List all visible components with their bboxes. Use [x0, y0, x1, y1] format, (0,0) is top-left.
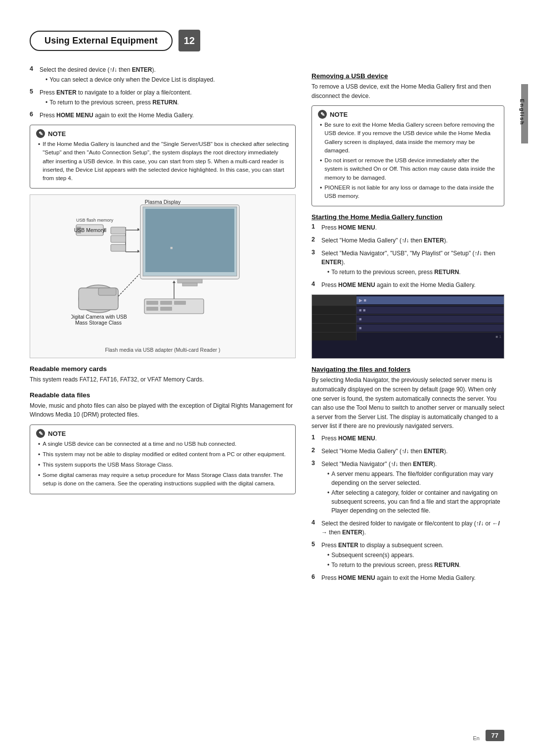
svg-marker-16	[137, 250, 139, 253]
readable-memory-text: This system reads FAT12, FAT16, FAT32, o…	[30, 375, 296, 384]
screenshot-row-1: ▶ ■	[312, 295, 504, 306]
step-5-content: Press ENTER to navigate to a folder or p…	[40, 88, 296, 107]
nav-step-3-content: Select "Media Navigator" (↑/↓ then ENTER…	[321, 460, 504, 515]
two-column-layout: 4 Select the desired device (↑/↓ then EN…	[30, 65, 504, 586]
left-column: 4 Select the desired device (↑/↓ then EN…	[30, 65, 296, 586]
hmg-step-1: 1 Press HOME MENU.	[312, 223, 504, 232]
note-2-bullet-1: A single USB device can be connected at …	[38, 440, 289, 449]
note-3-bullet-3: PIONEER is not liable for any loss or da…	[320, 184, 498, 201]
note-2-bullet-2-text: This system may not be able to display m…	[43, 450, 286, 459]
nav-step-2: 2 Select "Home Media Gallery" (↑/↓ then …	[312, 447, 504, 456]
svg-text:USB flash memory: USB flash memory	[76, 218, 114, 223]
hmg-step-3-bullet-text: To return to the previous screen, press …	[331, 268, 460, 277]
svg-rect-30	[160, 301, 172, 305]
nav-step-5-bullet-1-text: Subsequent screen(s) appears.	[331, 551, 414, 560]
svg-rect-32	[146, 307, 158, 311]
nav-step-4: 4 Select the desired folder to navigate …	[312, 519, 504, 537]
hmg-step-1-content: Press HOME MENU.	[321, 223, 504, 232]
nav-step-1-text: Press HOME MENU.	[321, 434, 504, 443]
note-title-2: NOTE	[48, 430, 66, 437]
svg-rect-17	[111, 227, 126, 234]
nav-step-3-bullet-2: After selecting a category, folder or co…	[327, 488, 504, 515]
note-3-bullets: Be sure to exit the Home Media Gallery s…	[320, 121, 498, 200]
navigating-text: By selecting Media Navigator, the previo…	[312, 376, 504, 431]
screenshot-cell-5-right: ■ 1	[356, 333, 504, 340]
svg-rect-6	[182, 283, 197, 286]
screenshot-cell-4-right: ■	[356, 325, 504, 331]
nav-step-1-num: 1	[312, 434, 318, 441]
svg-rect-19	[111, 244, 126, 251]
svg-rect-31	[174, 301, 186, 305]
note-3-bullet-2: Do not insert or remove the USB device i…	[320, 156, 498, 182]
media-navigator-screenshot: ▶ ■ ■ ■ ■ ■	[312, 294, 504, 359]
nav-step-5: 5 Press ENTER to display a subsequent sc…	[312, 541, 504, 569]
step-4: 4 Select the desired device (↑/↓ then EN…	[30, 65, 296, 84]
nav-step-5-bullet-2-text: To return to the previous screen, press …	[331, 561, 460, 569]
screenshot-cell-2-right: ■ ■	[356, 307, 504, 314]
note-3-bullet-2-text: Do not insert or remove the USB device i…	[324, 156, 498, 182]
hmg-step-1-text: Press HOME MENU.	[321, 223, 504, 232]
note-box-2: ✎ NOTE A single USB device can be connec…	[30, 425, 296, 494]
side-english-label: English	[519, 99, 525, 126]
hmg-step-3-num: 3	[312, 249, 318, 256]
nav-step-1-content: Press HOME MENU.	[321, 434, 504, 443]
step-4-text: Select the desired device (↑/↓ then ENTE…	[40, 65, 296, 74]
hmg-step-3-content: Select "Media Navigator", "USB", "My Pla…	[321, 249, 504, 277]
starting-hmg-heading: Starting the Home Media Gallery function	[312, 213, 504, 221]
removing-usb-heading: Removing a USB device	[312, 72, 504, 80]
hmg-step-3: 3 Select "Media Navigator", "USB", "My P…	[312, 249, 504, 277]
note-2-bullet-1-text: A single USB device can be connected at …	[43, 440, 236, 448]
removing-usb-text: To remove a USB device, exit the Home Me…	[312, 82, 504, 100]
nav-step-2-num: 2	[312, 447, 318, 454]
usb-diagram: ■ Plasma Display USB Memory USB flash me…	[30, 194, 296, 358]
readable-data-text: Movie, music and photo files can also be…	[30, 401, 296, 420]
chapter-header: Using External Equipment 12	[30, 30, 504, 51]
hmg-step-4-content: Press HOME MENU again to exit the Home M…	[321, 281, 504, 289]
svg-marker-36	[173, 281, 176, 283]
hmg-step-4-num: 4	[312, 281, 318, 287]
step-4-bullet-1-text: You can select a device only when the De…	[49, 75, 215, 84]
screenshot-row-3: ■	[312, 315, 504, 324]
nav-step-6-content: Press HOME MENU again to exit the Home M…	[321, 573, 504, 582]
nav-step-5-text: Press ENTER to display a subsequent scre…	[321, 541, 504, 550]
screenshot-inner: ▶ ■ ■ ■ ■ ■	[312, 295, 504, 358]
svg-rect-5	[178, 279, 202, 283]
nav-step-6: 6 Press HOME MENU again to exit the Home…	[312, 573, 504, 582]
nav-step-1: 1 Press HOME MENU.	[312, 434, 504, 443]
chapter-title: Using External Equipment	[30, 31, 173, 51]
page-en-label: En	[473, 735, 480, 741]
svg-text:■: ■	[170, 245, 173, 250]
note-2-bullet-3: This system supports the USB Mass Storag…	[38, 461, 289, 470]
note-icon-3: ✎	[318, 110, 327, 119]
nav-step-5-num: 5	[312, 541, 318, 548]
nav-step-5-content: Press ENTER to display a subsequent scre…	[321, 541, 504, 569]
note-2-bullet-4: Some digital cameras may require a setup…	[38, 471, 289, 488]
note-icon-2: ✎	[36, 429, 45, 438]
right-column: Removing a USB device To remove a USB de…	[312, 65, 504, 586]
hmg-step-3-bullet: To return to the previous screen, press …	[327, 268, 504, 277]
hmg-step-4-text: Press HOME MENU again to exit the Home M…	[321, 281, 504, 289]
nav-step-6-text: Press HOME MENU again to exit the Home M…	[321, 573, 504, 582]
note-title-3: NOTE	[330, 111, 348, 118]
step-6-num: 6	[30, 111, 37, 118]
screenshot-cell-3-right: ■	[356, 316, 504, 323]
note-2-bullet-4-text: Some digital cameras may require a setup…	[43, 471, 289, 488]
screenshot-cell-1-left	[312, 295, 356, 305]
note-header-2: ✎ NOTE	[36, 429, 289, 438]
hmg-step-2-content: Select "Home Media Gallery" (↑/↓ then EN…	[321, 236, 504, 245]
step-5: 5 Press ENTER to navigate to a folder or…	[30, 88, 296, 107]
step-6: 6 Press HOME MENU again to exit the Home…	[30, 111, 296, 120]
note-title-1: NOTE	[48, 130, 66, 138]
step-6-text: Press HOME MENU again to exit the Home M…	[40, 111, 296, 120]
note-header-1: ✎ NOTE	[36, 129, 289, 138]
nav-step-4-content: Select the desired folder to navigate or…	[321, 519, 504, 537]
screenshot-cell-1-right: ▶ ■	[356, 296, 504, 304]
nav-step-3-text: Select "Media Navigator" (↑/↓ then ENTER…	[321, 460, 504, 469]
step-5-bullet-1-text: To return to the previous screen, press …	[49, 98, 178, 107]
navigating-heading: Navigating the files and folders	[312, 366, 504, 373]
svg-marker-15	[137, 228, 139, 231]
note-3-bullet-1-text: Be sure to exit the Home Media Gallery s…	[324, 121, 498, 155]
note-1-bullets: If the Home Media Gallery is launched an…	[38, 140, 289, 183]
hmg-step-2-num: 2	[312, 236, 318, 243]
note-1-bullet-1-text: If the Home Media Gallery is launched an…	[43, 140, 289, 183]
